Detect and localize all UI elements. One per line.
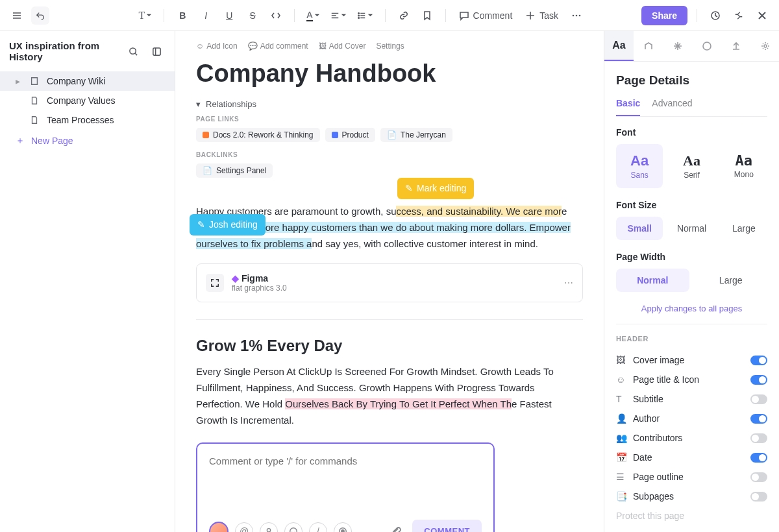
subtab-advanced[interactable]: Advanced [652, 98, 692, 116]
text-style-dropdown[interactable]: T [136, 6, 155, 25]
strikethrough-icon[interactable]: S [243, 6, 262, 25]
heading-2[interactable]: Grow 1% Every Day [196, 337, 583, 355]
panel-tab-share[interactable] [721, 31, 750, 61]
activity-icon[interactable] [706, 6, 724, 25]
add-icon-action[interactable]: ☺ Add Icon [196, 42, 238, 51]
font-label: Font [616, 127, 767, 138]
mention-icon[interactable]: @ [235, 522, 253, 532]
relationships-toggle[interactable]: ▾Relationships [196, 99, 583, 109]
svg-point-14 [764, 45, 767, 47]
users-icon: 👥 [616, 433, 626, 443]
align-dropdown[interactable] [328, 6, 349, 25]
image-icon: 🖼 [616, 355, 626, 365]
sidebar-item-values[interactable]: Company Values [0, 91, 175, 110]
expand-icon[interactable] [206, 274, 224, 292]
size-small[interactable]: Small [616, 217, 663, 240]
comment-input[interactable] [209, 455, 482, 507]
editing-badge-josh: ✎ Josh editing [190, 214, 266, 236]
comment-submit-button[interactable]: COMMENT [412, 520, 482, 532]
page-link-chip[interactable]: Product [325, 128, 375, 142]
underline-icon[interactable]: U [220, 6, 238, 25]
font-option-mono[interactable]: AaMono [721, 144, 767, 188]
svg-point-7 [129, 47, 135, 53]
page-link-chip[interactable]: Docs 2.0: Rework & Thinking [196, 128, 320, 142]
document-icon: 📄 [387, 130, 397, 139]
plus-icon: ＋ [16, 135, 25, 147]
panel-tab-ai[interactable] [663, 31, 692, 61]
italic-icon[interactable]: I [197, 6, 215, 25]
search-icon[interactable] [124, 42, 142, 60]
header-section-label: HEADER [616, 335, 767, 343]
panel-tab-comments[interactable] [692, 31, 721, 61]
color-dot [203, 132, 209, 138]
emoji-icon[interactable] [284, 522, 303, 532]
panel-tab-settings[interactable] [750, 31, 779, 61]
toggle[interactable] [750, 472, 767, 482]
page-link-chip[interactable]: 📄The Jerrycan [380, 128, 452, 142]
list-dropdown[interactable] [354, 6, 376, 25]
book-icon [30, 77, 40, 86]
toggle[interactable] [750, 394, 767, 404]
svg-point-2 [358, 17, 359, 18]
bold-icon[interactable]: B [173, 6, 192, 25]
size-large[interactable]: Large [721, 217, 767, 240]
size-normal[interactable]: Normal [668, 217, 715, 240]
paragraph[interactable]: Every Single Person At ClickUp Is Screen… [196, 364, 583, 428]
comment-label: Comment [473, 10, 513, 21]
new-page-button[interactable]: ＋ New Page [0, 130, 175, 152]
code-icon[interactable] [267, 6, 285, 25]
new-page-label: New Page [31, 136, 73, 146]
svg-point-0 [358, 12, 359, 14]
divider [196, 319, 583, 320]
text-color-dropdown[interactable]: A [304, 6, 322, 25]
width-normal[interactable]: Normal [616, 269, 689, 292]
attachment-icon[interactable] [388, 522, 406, 532]
collapse-icon[interactable] [730, 6, 748, 25]
share-button[interactable]: Share [641, 6, 687, 25]
highlight-pink: Ourselves Back By Trying To Get It Perfe… [285, 398, 512, 409]
record-icon[interactable] [334, 522, 352, 532]
task-button[interactable]: Task [521, 8, 562, 23]
add-cover-action[interactable]: 🖼 Add Cover [319, 42, 366, 51]
toggle[interactable] [750, 433, 767, 443]
sidebar-item-processes[interactable]: Team Processes [0, 110, 175, 130]
font-option-serif[interactable]: AaSerif [668, 144, 715, 188]
toggle[interactable] [750, 356, 767, 365]
menu-icon[interactable] [8, 6, 26, 25]
figma-embed[interactable]: ◆ Figma flat graphics 3.0 ⋯ [196, 263, 583, 302]
close-icon[interactable] [753, 6, 771, 25]
toggle[interactable] [750, 375, 767, 385]
chevron-right-icon: ▸ [16, 76, 23, 86]
undo-icon[interactable] [31, 6, 49, 25]
sidebar-item-label: Company Wiki [47, 76, 105, 86]
document-icon [30, 115, 40, 125]
svg-rect-8 [153, 47, 160, 54]
add-comment-action[interactable]: 💬 Add comment [248, 42, 308, 51]
panel-tab-details[interactable]: Aa [604, 31, 634, 61]
link-icon[interactable] [395, 6, 413, 25]
collapse-sidebar-icon[interactable] [147, 42, 166, 60]
bookmark-icon[interactable] [418, 6, 436, 25]
more-icon[interactable] [567, 6, 586, 25]
toggle[interactable] [750, 414, 767, 424]
backlink-chip[interactable]: 📄Settings Panel [196, 163, 273, 178]
assign-icon[interactable] [260, 522, 278, 532]
slash-icon[interactable]: / [309, 522, 327, 532]
font-option-sans[interactable]: AaSans [616, 144, 663, 188]
toggle[interactable] [750, 492, 767, 502]
comment-button[interactable]: Comment [455, 8, 517, 23]
embed-more-icon[interactable]: ⋯ [564, 278, 573, 288]
doc-settings-action[interactable]: Settings [376, 42, 404, 51]
document-icon [30, 96, 40, 105]
panel-tab-activity[interactable] [634, 31, 663, 61]
paragraph[interactable]: ✎ Mark editing ✎ Josh editing Happy cust… [196, 204, 583, 252]
width-label: Page Width [616, 252, 767, 262]
svg-point-5 [579, 14, 581, 16]
subtab-basic[interactable]: Basic [616, 98, 640, 116]
apply-all-link[interactable]: Apply changes to all pages [616, 304, 767, 313]
sidebar-item-wiki[interactable]: ▸ Company Wiki [0, 71, 175, 91]
embed-subtitle: flat graphics 3.0 [232, 284, 287, 293]
toggle[interactable] [750, 453, 767, 463]
width-large[interactable]: Large [695, 269, 768, 292]
document-title[interactable]: Company Handbook [196, 60, 583, 88]
